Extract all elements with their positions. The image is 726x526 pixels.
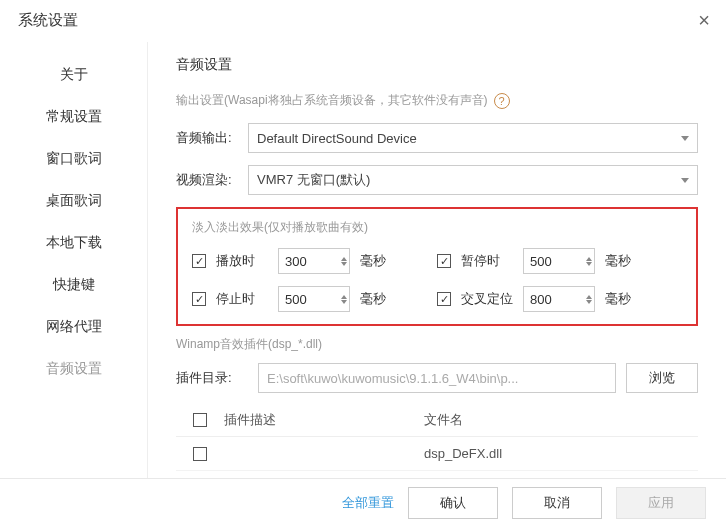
spinner-down-icon[interactable] <box>586 300 592 304</box>
footer: 全部重置 确认 取消 应用 <box>0 478 726 526</box>
close-icon[interactable]: × <box>698 10 710 30</box>
reset-all-link[interactable]: 全部重置 <box>342 494 394 512</box>
sidebar-item-about[interactable]: 关于 <box>0 54 147 96</box>
fade-play-checkbox[interactable] <box>192 254 206 268</box>
spinner-down-icon[interactable] <box>341 300 347 304</box>
sidebar-item-hotkey[interactable]: 快捷键 <box>0 264 147 306</box>
plugin-table: 插件描述 文件名 dsp_DeFX.dll dsp_izOzone.dll <box>176 403 698 480</box>
audio-output-select[interactable]: Default DirectSound Device <box>248 123 698 153</box>
fade-play-label: 播放时 <box>216 252 268 270</box>
sidebar-item-general[interactable]: 常规设置 <box>0 96 147 138</box>
window-title: 系统设置 <box>18 11 78 30</box>
fade-stop-checkbox[interactable] <box>192 292 206 306</box>
fade-group: 淡入淡出效果(仅对播放歌曲有效) 播放时 300 毫秒 暂停时 500 毫秒 停… <box>176 207 698 326</box>
fade-title: 淡入淡出效果(仅对播放歌曲有效) <box>192 219 682 236</box>
col-desc-header: 插件描述 <box>224 411 424 429</box>
sidebar-item-audio[interactable]: 音频设置 <box>0 348 147 390</box>
audio-output-value: Default DirectSound Device <box>257 131 417 146</box>
fade-stop-spinner[interactable]: 500 <box>278 286 350 312</box>
fade-item-crossfade: 交叉定位 800 毫秒 <box>437 286 682 312</box>
cancel-button[interactable]: 取消 <box>512 487 602 519</box>
table-row[interactable]: dsp_DeFX.dll <box>176 437 698 471</box>
unit-label: 毫秒 <box>605 252 631 270</box>
fade-stop-label: 停止时 <box>216 290 268 308</box>
output-hint: 输出设置(Wasapi将独占系统音频设备，其它软件没有声音) <box>176 92 488 109</box>
fade-crossfade-label: 交叉定位 <box>461 290 513 308</box>
row-checkbox[interactable] <box>193 447 207 461</box>
row-file: dsp_DeFX.dll <box>424 446 698 461</box>
spinner-up-icon[interactable] <box>586 257 592 261</box>
table-header: 插件描述 文件名 <box>176 403 698 437</box>
spinner-up-icon[interactable] <box>341 257 347 261</box>
render-label: 视频渲染: <box>176 171 248 189</box>
col-file-header: 文件名 <box>424 411 698 429</box>
plugin-group-title: Winamp音效插件(dsp_*.dll) <box>176 336 698 353</box>
video-render-select[interactable]: VMR7 无窗口(默认) <box>248 165 698 195</box>
fade-play-spinner[interactable]: 300 <box>278 248 350 274</box>
fade-item-play: 播放时 300 毫秒 <box>192 248 437 274</box>
spinner-up-icon[interactable] <box>341 295 347 299</box>
main-panel: 音频设置 输出设置(Wasapi将独占系统音频设备，其它软件没有声音) ? 音频… <box>148 42 726 480</box>
plugin-dir-input[interactable]: E:\soft\kuwo\kuwomusic\9.1.1.6_W4\bin\p.… <box>258 363 616 393</box>
sidebar-item-proxy[interactable]: 网络代理 <box>0 306 147 348</box>
browse-button[interactable]: 浏览 <box>626 363 698 393</box>
sidebar-item-desktop-lyrics[interactable]: 桌面歌词 <box>0 180 147 222</box>
fade-crossfade-checkbox[interactable] <box>437 292 451 306</box>
unit-label: 毫秒 <box>360 290 386 308</box>
fade-pause-label: 暂停时 <box>461 252 513 270</box>
sidebar-item-window-lyrics[interactable]: 窗口歌词 <box>0 138 147 180</box>
title-bar: 系统设置 × <box>0 0 726 42</box>
spinner-down-icon[interactable] <box>586 262 592 266</box>
unit-label: 毫秒 <box>605 290 631 308</box>
fade-item-stop: 停止时 500 毫秒 <box>192 286 437 312</box>
sidebar-item-download[interactable]: 本地下载 <box>0 222 147 264</box>
ok-button[interactable]: 确认 <box>408 487 498 519</box>
sidebar: 关于 常规设置 窗口歌词 桌面歌词 本地下载 快捷键 网络代理 音频设置 <box>0 42 148 480</box>
output-label: 音频输出: <box>176 129 248 147</box>
unit-label: 毫秒 <box>360 252 386 270</box>
plugin-dir-label: 插件目录: <box>176 369 248 387</box>
apply-button[interactable]: 应用 <box>616 487 706 519</box>
fade-pause-spinner[interactable]: 500 <box>523 248 595 274</box>
fade-pause-checkbox[interactable] <box>437 254 451 268</box>
fade-crossfade-spinner[interactable]: 800 <box>523 286 595 312</box>
fade-item-pause: 暂停时 500 毫秒 <box>437 248 682 274</box>
chevron-down-icon <box>681 178 689 183</box>
section-title: 音频设置 <box>176 56 698 74</box>
help-icon[interactable]: ? <box>494 93 510 109</box>
video-render-value: VMR7 无窗口(默认) <box>257 171 370 189</box>
chevron-down-icon <box>681 136 689 141</box>
spinner-down-icon[interactable] <box>341 262 347 266</box>
spinner-up-icon[interactable] <box>586 295 592 299</box>
table-header-checkbox[interactable] <box>193 413 207 427</box>
